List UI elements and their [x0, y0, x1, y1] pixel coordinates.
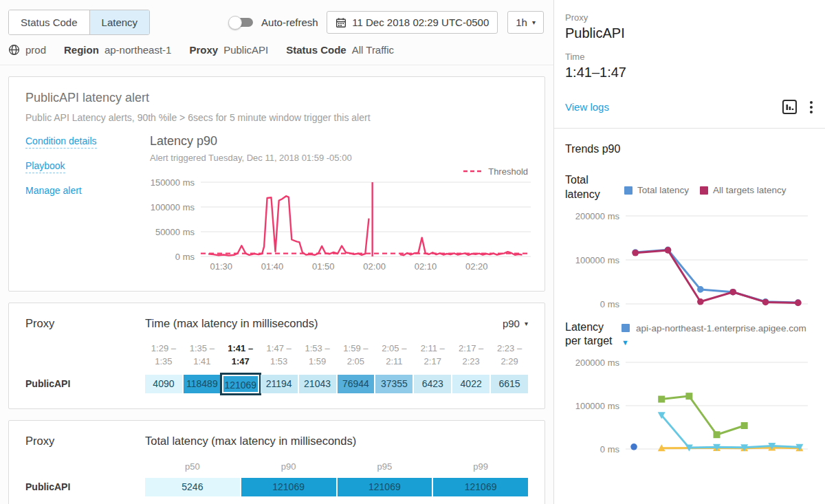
percentile-dropdown[interactable]: p90 ▾: [503, 318, 528, 329]
percentile-latency-cell[interactable]: 5246: [145, 478, 240, 496]
tab-status-code[interactable]: Status Code: [9, 10, 89, 34]
app-root: Status Code Latency Auto-refresh 11 Dec …: [0, 0, 825, 504]
time-latency-cell[interactable]: 76944: [338, 375, 375, 393]
time-column-header: 1:59 –2:05: [338, 342, 375, 369]
latency-table-row-label: PublicAPI: [25, 481, 145, 492]
svg-text:200000 ms: 200000 ms: [575, 358, 620, 368]
auto-refresh-toggle[interactable]: [231, 18, 253, 27]
metric-tabgroup: Status Code Latency: [8, 10, 150, 35]
date-range-button[interactable]: 11 Dec 2018 02:29 UTC-0500: [327, 11, 498, 34]
auto-refresh-label: Auto-refresh: [261, 17, 318, 28]
interval-dropdown[interactable]: 1h ▾: [507, 11, 544, 34]
percentile-latency-cell[interactable]: 121069: [338, 478, 432, 496]
divider: [554, 128, 825, 129]
svg-text:02:00: 02:00: [363, 261, 386, 272]
side-proxy-value: PublicAPI: [565, 25, 814, 41]
time-table-title: Time (max latency in milliseconds): [145, 317, 503, 330]
alert-links: Condition details Playbook Manage alert: [25, 134, 150, 277]
percentile-latency-cell[interactable]: 121069: [433, 478, 528, 496]
topbar: Status Code Latency Auto-refresh 11 Dec …: [0, 0, 553, 35]
playbook-link[interactable]: Playbook: [25, 160, 65, 173]
svg-text:100000 ms: 100000 ms: [575, 254, 620, 265]
side-time-value: 1:41–1:47: [565, 65, 814, 80]
time-column-header: 1:47 –1:53: [261, 342, 298, 369]
svg-text:200000 ms: 200000 ms: [575, 210, 620, 221]
svg-text:01:50: 01:50: [312, 261, 335, 272]
side-time-label: Time: [565, 52, 814, 62]
time-column-header: 1:41 –1:47: [222, 342, 259, 369]
condition-details-link[interactable]: Condition details: [25, 135, 97, 149]
latency-table-proxy-header: Proxy: [25, 435, 145, 448]
alert-chart-subtitle: Alert triggered Tuesday, Dec 11, 2018 01…: [150, 153, 528, 163]
svg-text:100000 ms: 100000 ms: [575, 401, 620, 411]
svg-text:01:40: 01:40: [261, 261, 284, 272]
tab-latency[interactable]: Latency: [89, 10, 150, 34]
percentile-column-header: p90: [241, 461, 336, 472]
breadcrumb-env: prod: [8, 44, 46, 56]
kebab-menu-icon[interactable]: [808, 100, 814, 115]
time-column-header: 1:35 –1:41: [184, 342, 221, 369]
time-latency-cell[interactable]: 118489: [184, 375, 221, 393]
manage-alert-link[interactable]: Manage alert: [25, 185, 82, 196]
alert-card-subtitle: Public API Latency alerts, 90th %ile > 6…: [25, 112, 528, 123]
latency-table-cells: 5246121069121069121069: [145, 478, 528, 496]
side-proxy-label: Proxy: [565, 12, 814, 23]
trend-legend: Total latencyAll targets latency: [622, 173, 814, 202]
percentile-column-header: p99: [433, 461, 528, 472]
trends-title: Trends p90: [565, 143, 814, 155]
time-column-header: 1:29 –1:35: [145, 342, 182, 369]
breadcrumb-status: Status Code All Traffic: [286, 44, 394, 56]
legend-item: Total latency: [624, 185, 689, 195]
time-latency-cell[interactable]: 21194: [261, 375, 298, 393]
svg-text:150000 ms: 150000 ms: [151, 177, 195, 188]
time-latency-cell[interactable]: 21043: [299, 375, 336, 393]
threshold-legend: Threshold: [150, 166, 528, 177]
percentile-latency-cell[interactable]: 121069: [241, 478, 336, 496]
chevron-down-icon: ▾: [525, 320, 528, 327]
latency-per-target-label: Latency per target: [565, 320, 622, 349]
svg-text:50000 ms: 50000 ms: [155, 227, 195, 237]
env-value: prod: [25, 44, 46, 56]
calendar-icon: [336, 17, 346, 28]
target-dropdown-caret[interactable]: ▼: [622, 338, 806, 347]
time-table-cells: 4090118489121069211942104376944373556423…: [145, 375, 528, 393]
alert-chart-title: Latency p90: [150, 134, 528, 149]
time-column-header: 2:23 –2:29: [491, 342, 528, 369]
time-latency-cell[interactable]: 6615: [491, 375, 528, 393]
total-latency-trend-label: Total latency: [565, 173, 622, 202]
interval-value: 1h: [516, 17, 527, 28]
breadcrumb-region: Region ap-northeast-1: [64, 44, 171, 56]
bar-chart-icon[interactable]: [782, 99, 798, 115]
total-latency-card: Proxy Total latency (max latency in mill…: [8, 420, 545, 504]
main-area: Status Code Latency Auto-refresh 11 Dec …: [0, 0, 553, 504]
view-logs-link[interactable]: View logs: [565, 101, 609, 113]
time-table-columns: 1:29 –1:351:35 –1:411:41 –1:471:47 –1:53…: [145, 330, 528, 375]
latency-table-columns: p50p90p95p99: [145, 448, 528, 478]
status-label: Status Code: [286, 44, 346, 56]
time-column-header: 2:17 –2:23: [452, 342, 490, 369]
svg-text:0 ms: 0 ms: [600, 444, 620, 454]
time-latency-cell[interactable]: 4022: [452, 375, 490, 393]
latency-per-target-chart: 0 ms100000 ms200000 ms: [565, 353, 815, 456]
time-latency-cell[interactable]: 37355: [375, 375, 412, 393]
percentile-column-header: p95: [338, 461, 432, 472]
percentile-value: p90: [503, 318, 520, 329]
time-latency-cell[interactable]: 6423: [414, 375, 451, 393]
time-latency-cell[interactable]: 121069: [222, 375, 259, 393]
legend-item: All targets latency: [700, 185, 786, 195]
globe-icon: [8, 44, 20, 56]
region-label: Region: [64, 44, 99, 56]
time-latency-cell[interactable]: 4090: [145, 375, 182, 393]
percentile-column-header: p50: [145, 461, 240, 472]
svg-text:100000 ms: 100000 ms: [151, 202, 195, 212]
target-legend-label: api-ap-northeast-1.enterprise.apigee.com: [636, 323, 806, 333]
alert-card: PublicAPI latency alert Public API Laten…: [8, 76, 545, 292]
svg-text:0 ms: 0 ms: [600, 298, 620, 309]
time-column-header: 2:11 –2:17: [414, 342, 451, 369]
proxy-label: Proxy: [189, 44, 218, 56]
alert-card-title: PublicAPI latency alert: [25, 91, 528, 105]
threshold-label: Threshold: [488, 166, 528, 177]
total-latency-trend-chart: 0 ms100000 ms200000 ms: [565, 206, 815, 311]
svg-text:01:30: 01:30: [210, 261, 232, 272]
date-range-value: 11 Dec 2018 02:29 UTC-0500: [352, 17, 489, 28]
